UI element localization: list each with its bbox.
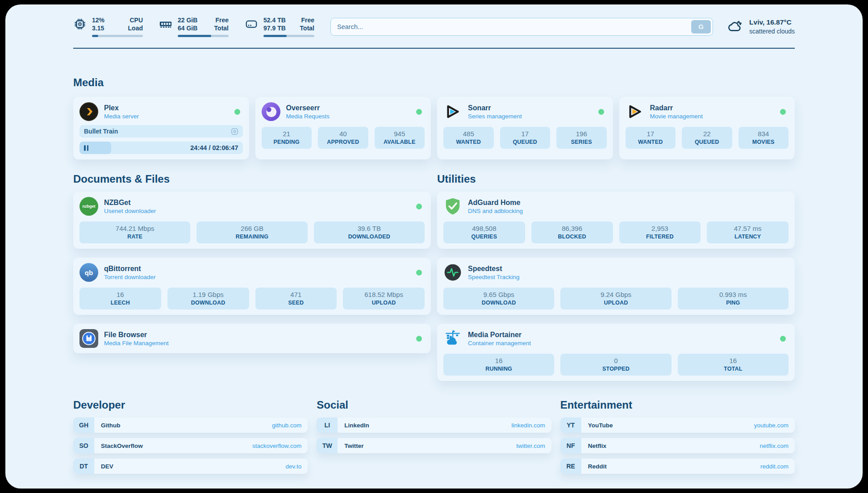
cloud-icon xyxy=(726,20,743,34)
app-card-overseerr[interactable]: Overseerr Media Requests 21PENDING 40APP… xyxy=(255,97,431,159)
app-name: qBittorrent xyxy=(104,265,156,273)
app-card-filebrowser[interactable]: File Browser Media File Management xyxy=(73,324,431,353)
ram-progress-track xyxy=(178,35,229,37)
bookmark-url: youtube.com xyxy=(754,418,795,433)
stat-chip: 16RUNNING xyxy=(443,354,554,376)
bookmark-linkedin[interactable]: LI LinkedIn linkedin.com xyxy=(317,418,551,433)
ram-label-bottom: Total xyxy=(214,24,229,32)
disk-icon xyxy=(245,17,258,31)
cpu-icon xyxy=(73,17,87,31)
search-provider-button[interactable]: G xyxy=(691,20,711,33)
ram-icon xyxy=(159,17,172,31)
bookmark-stackoverflow[interactable]: SO StackOverflow stackoverflow.com xyxy=(73,438,308,453)
cpu-usage-value: 12% xyxy=(92,16,104,24)
bookmark-name: LinkedIn xyxy=(338,418,369,433)
stat-chip: 21PENDING xyxy=(262,127,312,149)
app-name: Speedtest xyxy=(468,265,520,273)
ram-total-value: 64 GiB xyxy=(178,24,197,32)
stat-chip: 22QUEUED xyxy=(682,127,732,149)
app-card-nzbget[interactable]: nzbget NZBGet Usenet downloader 744.21 M… xyxy=(73,192,431,249)
stat-chip: 9.65 GbpsDOWNLOAD xyxy=(443,288,554,309)
dashboard-panel: 12%CPU 3.15Load 22 GiBFree 64 G xyxy=(5,4,863,489)
playback-time: 24:44 / 02:06:47 xyxy=(190,144,238,151)
stat-chip: 945AVAILABLE xyxy=(375,127,425,149)
bookmark-url: github.com xyxy=(272,418,308,433)
ram-stat: 22 GiBFree 64 GiBTotal xyxy=(159,16,229,37)
app-description: Container management xyxy=(468,340,531,347)
media-grid: Plex Media server Bullet Train 24:44 / 0… xyxy=(73,97,795,159)
stat-chip: 16TOTAL xyxy=(678,354,789,376)
bookmark-name: Reddit xyxy=(581,459,607,474)
ram-free-value: 22 GiB xyxy=(178,16,197,24)
bookmark-youtube[interactable]: YT YouTube youtube.com xyxy=(560,418,795,433)
bookmark-name: Github xyxy=(94,418,121,433)
stat-chip: 471SEED xyxy=(255,288,337,309)
links-column-developer: Developer GH Github github.com SO StackO… xyxy=(73,399,308,474)
sonarr-icon xyxy=(443,102,462,121)
stat-chip: 744.21 MbpsRATE xyxy=(79,221,190,243)
app-description: Series management xyxy=(468,113,522,120)
stat-chip: 618.52 MbpsUPLOAD xyxy=(343,288,425,309)
ram-label-top: Free xyxy=(215,16,229,24)
stat-chip: 47.57 msLATENCY xyxy=(707,221,789,243)
app-name: NZBGet xyxy=(104,199,156,207)
app-name: AdGuard Home xyxy=(468,199,523,207)
stat-chip: 266 GBREMAINING xyxy=(196,221,307,243)
status-dot xyxy=(780,109,786,115)
app-card-plex[interactable]: Plex Media server Bullet Train 24:44 / 0… xyxy=(73,97,249,159)
stat-chip: 39.6 TBDOWNLOADED xyxy=(314,221,425,243)
bookmark-url: reddit.com xyxy=(760,459,795,474)
app-card-portainer[interactable]: Media Portainer Container management 16R… xyxy=(437,324,795,381)
section-title-developer: Developer xyxy=(73,399,308,411)
stat-chip: 196SERIES xyxy=(556,127,607,149)
stat-chip: 86,396BLOCKED xyxy=(531,221,613,243)
bookmark-abbr: LI xyxy=(317,418,338,433)
section-title-media: Media xyxy=(73,76,795,89)
bookmark-name: StackOverflow xyxy=(94,438,143,453)
section-title-social: Social xyxy=(317,399,551,411)
app-description: Speedtest Tracking xyxy=(468,274,520,280)
stat-chip: 16LEECH xyxy=(79,288,161,309)
app-card-speedtest[interactable]: Speedtest Speedtest Tracking 9.65 GbpsDO… xyxy=(437,258,795,315)
search-input[interactable] xyxy=(330,18,713,36)
stat-chip: 498,508QUERIES xyxy=(443,221,525,243)
bookmark-url: dev.to xyxy=(286,459,308,474)
app-description: Media Requests xyxy=(286,113,330,120)
section-title-utilities: Utilities xyxy=(437,173,795,185)
app-card-radarr[interactable]: Radarr Movie management 17WANTED 22QUEUE… xyxy=(619,97,795,159)
disk-progress-fill xyxy=(263,35,287,37)
app-name: Media Portainer xyxy=(468,331,531,339)
status-dot xyxy=(416,336,422,342)
bookmark-twitter[interactable]: TW Twitter twitter.com xyxy=(317,438,551,453)
cpu-stat: 12%CPU 3.15Load xyxy=(73,16,143,37)
bookmark-name: Twitter xyxy=(338,438,363,453)
cpu-progress-track xyxy=(92,35,143,37)
bookmark-url: twitter.com xyxy=(516,438,551,453)
bookmark-dev[interactable]: DT DEV dev.to xyxy=(73,459,308,474)
app-description: Torrent downloader xyxy=(104,274,156,280)
bookmark-netflix[interactable]: NF Netflix netflix.com xyxy=(560,438,795,453)
radarr-icon xyxy=(626,102,644,121)
disk-label-bottom: Total xyxy=(300,24,314,32)
stat-chip: 0STOPPED xyxy=(560,354,671,376)
app-card-adguard[interactable]: AdGuard Home DNS and adblocking 498,508Q… xyxy=(437,192,795,249)
cpu-label-top: CPU xyxy=(129,16,143,24)
app-name: Sonarr xyxy=(468,104,522,112)
app-card-qbittorrent[interactable]: qb qBittorrent Torrent downloader 16LEEC… xyxy=(73,258,431,315)
app-name: Radarr xyxy=(650,104,703,112)
bookmark-url: netflix.com xyxy=(760,438,795,453)
bookmark-abbr: NF xyxy=(560,438,581,453)
bookmark-abbr: DT xyxy=(73,459,94,474)
bookmark-url: linkedin.com xyxy=(512,418,551,433)
app-card-sonarr[interactable]: Sonarr Series management 485WANTED 17QUE… xyxy=(437,97,613,159)
now-playing-title-row: Bullet Train xyxy=(79,125,243,138)
stat-chip: 1.19 GbpsDOWNLOAD xyxy=(167,288,249,309)
bookmark-github[interactable]: GH Github github.com xyxy=(73,418,308,433)
status-dot xyxy=(416,270,422,276)
bookmark-reddit[interactable]: RE Reddit reddit.com xyxy=(560,459,795,474)
weather-widget: Lviv, 16.87°C scattered clouds xyxy=(726,18,795,36)
search-bar: G xyxy=(330,18,713,36)
stat-chip: 834MOVIES xyxy=(739,127,789,149)
adguard-icon xyxy=(443,197,462,216)
disk-label-top: Free xyxy=(301,16,314,24)
